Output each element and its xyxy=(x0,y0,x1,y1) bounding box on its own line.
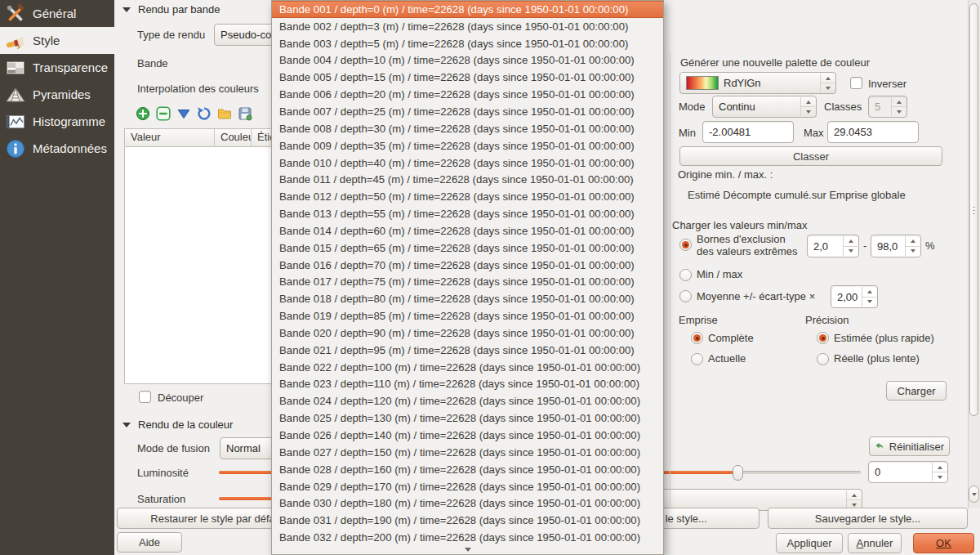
spinner-arrows[interactable] xyxy=(905,236,920,256)
band-option[interactable]: Bande 004 / depth=10 (m) / time=22628 (d… xyxy=(272,52,663,69)
band-option[interactable]: Bande 023 / depth=110 (m) / time=22628 (… xyxy=(272,376,663,393)
save-style-button[interactable]: Sauvegarder le style... xyxy=(768,508,968,529)
clip-checkbox[interactable] xyxy=(139,391,151,403)
cancel-button[interactable]: Annuler xyxy=(848,533,902,553)
min-input[interactable]: -2.00481 xyxy=(702,121,794,143)
extent-current-radio[interactable] xyxy=(691,353,703,365)
band-option[interactable]: Bande 012 / depth=50 (m) / time=22628 (d… xyxy=(272,188,663,205)
band-option[interactable]: Bande 011 / depth=45 (m) / time=22628 (d… xyxy=(272,171,663,188)
band-option[interactable]: Bande 015 / depth=65 (m) / time=22628 (d… xyxy=(272,239,663,257)
mode-combobox[interactable]: Continu xyxy=(712,96,817,118)
sidebar-item-transparency[interactable]: Transparence xyxy=(0,54,114,81)
extent-full-label[interactable]: Complète xyxy=(708,332,754,344)
band-option[interactable]: Bande 028 / depth=160 (m) / time=22628 (… xyxy=(272,461,663,478)
scroll-down-hint-icon[interactable] xyxy=(465,548,471,552)
sidebar-item-metadata[interactable]: Métadonnées xyxy=(0,135,114,162)
cut-upper-value: 98,0 xyxy=(877,240,898,253)
max-input[interactable]: 29.0453 xyxy=(827,121,919,143)
classify-button[interactable]: Classer xyxy=(679,146,942,166)
band-option[interactable]: Bande 014 / depth=60 (m) / time=22628 (d… xyxy=(272,222,663,239)
open-folder-icon[interactable] xyxy=(217,106,232,121)
remove-icon[interactable] xyxy=(156,106,171,121)
sidebar-item-general[interactable]: Général xyxy=(0,0,114,27)
band-option[interactable]: Bande 013 / depth=55 (m) / time=22628 (d… xyxy=(272,205,663,222)
band-option[interactable]: Bande 026 / depth=140 (m) / time=22628 (… xyxy=(272,427,663,444)
band-option[interactable]: Bande 005 / depth=15 (m) / time=22628 (d… xyxy=(272,69,663,86)
sidebar-item-pyramids[interactable]: Pyramides xyxy=(0,81,114,108)
spinner-arrows[interactable] xyxy=(800,97,815,116)
band-option[interactable]: Bande 025 / depth=130 (m) / time=22628 (… xyxy=(272,410,663,427)
cut-upper-spinbox[interactable]: 98,0 xyxy=(871,235,921,257)
scrollbar-grip xyxy=(973,207,975,215)
band-option[interactable]: Bande 009 / depth=35 (m) / time=22628 (d… xyxy=(272,137,663,154)
cut-lower-spinbox[interactable]: 2,0 xyxy=(807,235,859,257)
band-option[interactable]: Bande 008 / depth=30 (m) / time=22628 (d… xyxy=(272,120,663,137)
band-option[interactable]: Bande 030 / depth=180 (m) / time=22628 (… xyxy=(272,495,663,512)
band-option[interactable]: Bande 001 / depth=0 (m) / time=22628 (da… xyxy=(272,1,663,18)
band-option[interactable]: Bande 010 / depth=40 (m) / time=22628 (d… xyxy=(272,154,663,172)
band-option[interactable]: Bande 007 / depth=25 (m) / time=22628 (d… xyxy=(272,103,663,120)
tools-icon xyxy=(6,4,25,24)
band-option[interactable]: Bande 002 / depth=3 (m) / time=22628 (da… xyxy=(272,18,663,35)
spinner-arrows[interactable] xyxy=(820,74,835,92)
band-option[interactable]: Bande 029 / depth=170 (m) / time=22628 (… xyxy=(272,478,663,495)
stddev-radio-label[interactable]: Moyenne +/- écart-type × xyxy=(697,290,815,302)
invert-checkbox[interactable] xyxy=(850,77,862,89)
accuracy-estimated-radio[interactable] xyxy=(817,332,829,344)
sort-icon[interactable] xyxy=(176,106,191,121)
brightness-spinbox[interactable]: 0 xyxy=(868,461,948,483)
scrollbar-down-button[interactable] xyxy=(969,486,979,503)
spinner-arrows[interactable] xyxy=(846,490,861,509)
spinner-arrows[interactable] xyxy=(891,97,906,116)
sidebar-item-histogram[interactable]: Histogramme xyxy=(0,108,114,135)
band-option[interactable]: Bande 019 / depth=85 (m) / time=22628 (d… xyxy=(272,307,663,324)
pyramid-icon xyxy=(6,85,25,105)
column-header-color[interactable]: Couleur xyxy=(215,129,252,146)
accuracy-actual-label[interactable]: Réelle (plus lente) xyxy=(834,352,920,365)
band-option[interactable]: Bande 021 / depth=95 (m) / time=22628 (d… xyxy=(272,342,663,359)
spinner-arrows[interactable] xyxy=(932,463,947,481)
help-button[interactable]: Aide xyxy=(117,532,182,553)
band-option[interactable]: Bande 017 / depth=75 (m) / time=22628 (d… xyxy=(272,274,663,291)
stddev-radio[interactable] xyxy=(679,290,692,302)
save-icon[interactable] xyxy=(238,106,252,121)
band-option[interactable]: Bande 022 / depth=100 (m) / time=22628 (… xyxy=(272,359,663,376)
stddev-spinbox[interactable]: 2,00 xyxy=(831,285,878,308)
add-icon[interactable] xyxy=(136,106,150,121)
spinner-arrows[interactable] xyxy=(862,287,876,307)
scrollbar-thumb[interactable] xyxy=(969,3,978,416)
extent-full-radio[interactable] xyxy=(691,332,703,344)
minmax-radio-label[interactable]: Min / max xyxy=(697,268,742,280)
refresh-icon[interactable] xyxy=(197,106,212,121)
spinner-arrows[interactable] xyxy=(843,236,858,256)
classes-spinbox[interactable]: 5 xyxy=(868,96,907,118)
cumulative-cut-radio[interactable] xyxy=(679,239,692,251)
band-option[interactable]: Bande 027 / depth=150 (m) / time=22628 (… xyxy=(272,444,663,461)
band-option[interactable]: Bande 018 / depth=80 (m) / time=22628 (d… xyxy=(272,290,663,307)
ok-button[interactable]: OK xyxy=(913,533,974,553)
band-option[interactable]: Bande 024 / depth=120 (m) / time=22628 (… xyxy=(272,392,663,410)
band-option[interactable]: Bande 020 / depth=90 (m) / time=22628 (d… xyxy=(272,324,663,342)
extent-current-label[interactable]: Actuelle xyxy=(708,352,746,365)
band-option[interactable]: Bande 031 / depth=190 (m) / time=22628 (… xyxy=(272,512,663,529)
brightness-value: 0 xyxy=(875,466,880,478)
cumulative-cut-label[interactable]: Bornes d'exclusion des valeurs extrêmes xyxy=(697,233,804,257)
band-option[interactable]: Bande 006 / depth=20 (m) / time=22628 (d… xyxy=(272,86,663,103)
color-ramp-combobox[interactable]: RdYlGn xyxy=(679,72,836,94)
cut-lower-value: 2,0 xyxy=(813,240,828,253)
color-rendering-section-header[interactable]: Rendu de la couleur xyxy=(122,418,233,431)
column-header-value[interactable]: Valeur xyxy=(125,129,215,146)
accuracy-actual-radio[interactable] xyxy=(817,353,829,365)
brightness-slider-handle[interactable] xyxy=(733,465,743,481)
info-icon xyxy=(6,139,25,159)
reset-button[interactable]: Réinitialiser xyxy=(869,436,950,456)
minmax-radio[interactable] xyxy=(679,269,692,281)
load-button[interactable]: Charger xyxy=(886,381,947,401)
sidebar-item-style[interactable]: Style xyxy=(0,27,114,54)
band-option[interactable]: Bande 003 / depth=5 (m) / time=22628 (da… xyxy=(272,35,663,52)
band-option[interactable]: Bande 016 / depth=70 (m) / time=22628 (d… xyxy=(272,257,663,274)
apply-button[interactable]: Appliquer xyxy=(776,533,843,553)
band-renderer-section-header[interactable]: Rendu par bande xyxy=(122,3,220,16)
band-option[interactable]: Bande 032 / depth=200 (m) / time=22628 (… xyxy=(272,529,663,546)
accuracy-estimated-label[interactable]: Estimée (plus rapide) xyxy=(834,332,934,344)
